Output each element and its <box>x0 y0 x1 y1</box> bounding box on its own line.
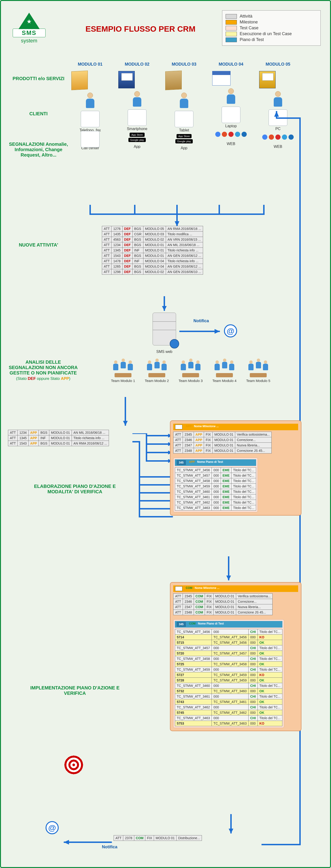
cell: BGS <box>39 441 49 446</box>
legend-row: Test Case <box>226 26 317 30</box>
table-row: ATT4563DEFBGSMODULO 02AN VRN 2016/06/15 … <box>102 237 203 242</box>
arrow-panel2-down <box>226 814 236 835</box>
globe-icon <box>170 339 179 348</box>
final-row-table: ATT2378COMFIXMODULO 01Distribuzione... <box>114 835 202 841</box>
team-item: Team Modulo 5 <box>244 362 272 383</box>
sms-web-label: SMS web <box>153 350 176 354</box>
cell: 2378 <box>123 835 134 841</box>
cell: MODULO 03 <box>143 231 166 237</box>
piano2-name: Nome Piano di Test <box>198 622 224 627</box>
cell: INF <box>132 248 143 253</box>
exec-row: 5715TC_STMW_ATT_3456000OK <box>175 640 282 645</box>
final-row-wrap: ATT2378COMFIXMODULO 01Distribuzione... <box>114 835 202 841</box>
server-icon <box>153 313 176 345</box>
arrow-merge-channels <box>76 205 278 228</box>
cell: ATT <box>173 610 183 615</box>
cell: 2345 <box>183 594 194 599</box>
milestone1-table: ATT2345APPFIXMODULO 01Verifica sottosist… <box>173 432 272 454</box>
piano1-header: 345 APP Nome Piano di Test <box>175 459 256 466</box>
exec-row: 5720TC_STMW_ATT_3457000OK <box>175 651 282 656</box>
side-clienti: CLIENTI <box>8 111 69 117</box>
cell: MODULO 01 <box>143 253 166 258</box>
legend-swatch <box>226 32 237 36</box>
team-icon <box>247 362 269 377</box>
cell: FIX <box>204 448 213 454</box>
cell: MODULO 01 <box>214 604 236 610</box>
team-icon <box>180 362 201 377</box>
module-header: MODULO 01 <box>72 62 109 67</box>
cell: FIX <box>204 432 213 437</box>
exec-row: 5725TC_STMW_ATT_3458000OK <box>175 661 282 667</box>
exec-row: 5727TC_STMW_ATT_3459000KO <box>175 672 282 678</box>
team-icon <box>146 362 168 377</box>
cell: DEF <box>122 237 132 242</box>
cell: AN MIL 2016/06/18 ... <box>72 430 109 435</box>
cell: AN GEN 2016/06/10 ... <box>166 269 203 275</box>
team-label: Team Modulo 2 <box>143 379 171 383</box>
module-header: MODULO 04 <box>212 62 250 67</box>
legend-row: Piano di Test <box>226 37 317 42</box>
svg-marker-2 <box>162 306 167 311</box>
cell: COM <box>134 835 145 841</box>
piano1-name: Nome Piano di Test <box>197 460 223 465</box>
logo-star-icon <box>27 19 31 24</box>
cell: ATT <box>173 599 183 604</box>
cell: FIX <box>205 604 214 610</box>
client-icon <box>132 91 142 106</box>
product-icon <box>118 71 156 88</box>
nuove-table-wrap: ATT1276DEFBGSMODULO 05AN RMA 2016/06/16 … <box>102 226 203 275</box>
device-icon <box>222 106 240 123</box>
cell: MODULO 02 <box>143 269 166 275</box>
cell: COM <box>194 604 205 610</box>
table-row: ATT1234DEFBGSMODULO 01AN MIL 2016/06/18 … <box>102 242 203 248</box>
cell: CGR <box>132 231 143 237</box>
channel-label: App <box>165 146 203 150</box>
tc-row: TC_STMW_ATT_3459000EMETitolo del TC... <box>175 484 256 489</box>
diagram-title: ESEMPIO FLUSSO PER CRM <box>85 24 196 33</box>
team-label: Team Modulo 3 <box>176 379 205 383</box>
tc-row: TC_STMW_ATT_3462000CHITitolo del TC... <box>175 705 282 710</box>
cell: Correzione JS 45... <box>235 448 272 454</box>
cell: COM <box>194 610 205 615</box>
table-row: ATT2347COMFIXMODULO 01Nuova libreria... <box>173 604 273 610</box>
arrow-branch-1 <box>132 433 175 518</box>
callcenter-icon <box>81 131 100 147</box>
table-row: ATT1234APPBGSMODULO 01AN MIL 2016/06/18 … <box>8 430 109 435</box>
milestone1-header: 95 APP Nome Milestone ... <box>173 424 298 430</box>
cell: AN VRN 2016/06/15 ... <box>166 237 203 242</box>
cell: Distribuzione... <box>176 835 202 841</box>
cell: DEF <box>122 248 132 253</box>
cell: 1234 <box>18 430 28 435</box>
team-label: Team Modulo 4 <box>210 379 239 383</box>
arrow-team-down <box>121 397 130 428</box>
client-icon <box>180 93 189 108</box>
at-icon-2: @ <box>46 821 59 834</box>
legend-label: Attività <box>240 14 252 19</box>
cell: INF <box>132 258 143 264</box>
legend-swatch <box>226 26 237 30</box>
cell: FIX <box>205 594 214 599</box>
cell: MODULO 04 <box>143 258 166 264</box>
cell: MODULO 01 <box>213 437 235 443</box>
cell: FIX <box>205 610 214 615</box>
cell: Verifica sottosistema... <box>235 432 272 437</box>
cell: 1298 <box>111 269 122 275</box>
email-icon-1: @ <box>224 324 237 337</box>
cell: ATT <box>173 604 183 610</box>
piano2-panel: 345 COM Nome Piano di Test TC_STMW_ATT_3… <box>173 619 284 728</box>
arrow-panel1-panel2 <box>224 556 233 582</box>
tc-row: TC_STMW_ATT_3461000CHITitolo del TC... <box>175 694 282 699</box>
sms-server: SMS web <box>153 313 176 354</box>
cell: Correzione JS 45... <box>236 610 272 615</box>
client-icon <box>273 91 283 106</box>
product-icon <box>72 71 109 90</box>
tc-row: TC_STMW_ATT_3460000CHITitolo del TC... <box>175 683 282 688</box>
cell: 1276 <box>111 226 122 231</box>
legend-label: Test Case <box>240 26 258 30</box>
cell: APP <box>194 443 204 448</box>
module-column: MODULO 01 Telefono, fax Call center <box>72 62 109 150</box>
table-row: ATT1345DEFINFMODULO 01Titolo richiesta i… <box>102 248 203 253</box>
side-analisi-text: ANALISI DELLE SEGNALAZIONI NON ANCORA GE… <box>9 360 78 375</box>
cell: APP <box>28 430 39 435</box>
legend-label: Esecuzione di un Test Case <box>240 31 292 36</box>
